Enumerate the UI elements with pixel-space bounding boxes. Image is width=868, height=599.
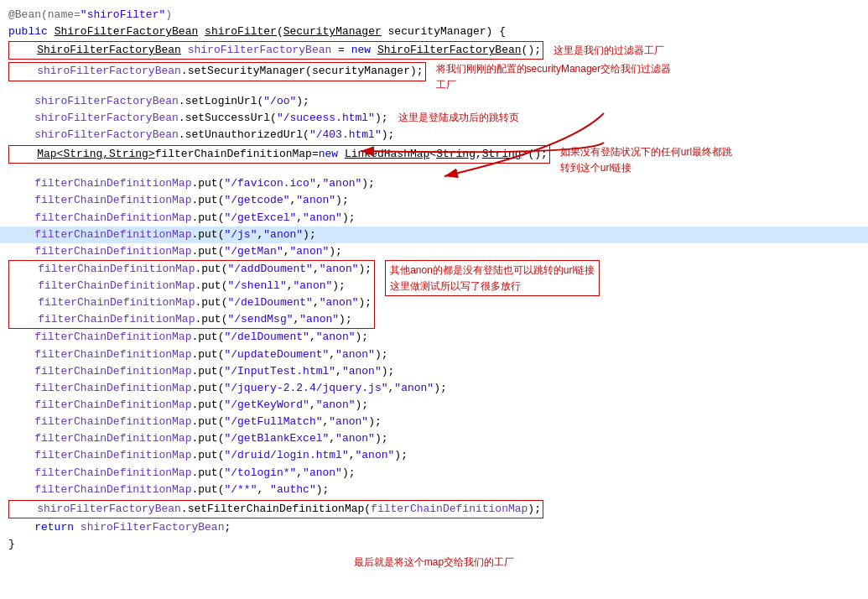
line-17: filterChainDefinitionMap.put("/updateDou… <box>8 346 860 363</box>
line-15: filterChainDefinitionMap.put("/sendMsg",… <box>12 311 372 328</box>
lines-12-15-container: filterChainDefinitionMap.put("/addDoumen… <box>8 260 860 330</box>
return-type: ShiroFilterFactoryBean <box>55 25 199 38</box>
line-18: filterChainDefinitionMap.put("/InputTest… <box>8 363 860 380</box>
method-signature-line: public ShiroFilterFactoryBean shiroFilte… <box>8 23 860 40</box>
line-3: shiroFilterFactoryBean.setLoginUrl("/oo"… <box>8 93 860 110</box>
line-19: filterChainDefinitionMap.put("/jquery-2.… <box>8 380 860 397</box>
line-13: filterChainDefinitionMap.put("/shenll","… <box>12 278 372 294</box>
line-11: filterChainDefinitionMap.put("/getMan","… <box>8 243 860 260</box>
method-name: shiroFilter <box>205 25 277 38</box>
line-6-box: Map<String,String>filterChainDefinitionM… <box>8 145 550 164</box>
line-2-box: shiroFilterFactoryBean.setSecurityManage… <box>8 62 426 81</box>
bottom-comment: 最后就是将这个map交给我们的工厂 <box>8 555 860 570</box>
line-21: filterChainDefinitionMap.put("/getFullMa… <box>8 414 860 430</box>
comment-4: 如果没有登陆状况下的任何url最终都跳转到这个url链接 <box>560 144 732 175</box>
line-26-container: shiroFilterFactoryBean.setFilterChainDef… <box>8 499 860 519</box>
line-23: filterChainDefinitionMap.put("/druid/log… <box>8 447 860 464</box>
annotation-text: @Bean(name="shiroFilter") <box>8 8 172 21</box>
line-24: filterChainDefinitionMap.put("/tologin*"… <box>8 465 860 482</box>
line-10-highlight: filterChainDefinitionMap.put("/js","anon… <box>0 227 868 243</box>
comment-5: 其他anon的都是没有登陆也可以跳转的url链接 这里做测试所以写了很多放行 <box>385 260 600 296</box>
line-1-box: ShiroFilterFactoryBean shiroFilterFactor… <box>8 41 543 60</box>
public-keyword: public <box>8 25 48 38</box>
line-7: filterChainDefinitionMap.put("/favicon.i… <box>8 175 860 192</box>
line-20: filterChainDefinitionMap.put("/getKeyWor… <box>8 397 860 414</box>
closing-brace: } <box>8 536 860 553</box>
comment-1: 这里是我们的过滤器工厂 <box>554 43 664 59</box>
lines-12-15-box: filterChainDefinitionMap.put("/addDoumen… <box>8 260 375 330</box>
line-27: return shiroFilterFactoryBean; <box>8 519 860 536</box>
line-25: filterChainDefinitionMap.put("/**", "aut… <box>8 482 860 498</box>
line-14: filterChainDefinitionMap.put("/delDoumen… <box>12 294 372 311</box>
line-1-container: ShiroFilterFactoryBean shiroFilterFactor… <box>8 40 860 60</box>
line-12: filterChainDefinitionMap.put("/addDoumen… <box>12 261 372 278</box>
code-container: @Bean(name="shiroFilter") public ShiroFi… <box>8 7 860 570</box>
line-5: shiroFilterFactoryBean.setUnauthorizedUr… <box>8 127 860 143</box>
line-8: filterChainDefinitionMap.put("/getcode",… <box>8 192 860 209</box>
line-4-container: shiroFilterFactoryBean.setSuccessUrl("/s… <box>8 110 860 127</box>
line-4: shiroFilterFactoryBean.setSuccessUrl("/s… <box>8 110 388 127</box>
comment-3: 这里是登陆成功后的跳转页 <box>398 110 519 126</box>
line-9: filterChainDefinitionMap.put("/getExcel"… <box>8 210 860 227</box>
line-2-container: shiroFilterFactoryBean.setSecurityManage… <box>8 61 860 92</box>
annotation-line: @Bean(name="shiroFilter") <box>8 7 860 23</box>
comment-2: 将我们刚刚的配置的securityManager交给我们过滤器工厂 <box>436 61 672 92</box>
line-26-box: shiroFilterFactoryBean.setFilterChainDef… <box>8 500 543 518</box>
param-type: SecurityManager <box>283 25 382 38</box>
line-6-container: Map<String,String>filterChainDefinitionM… <box>8 144 860 175</box>
line-22: filterChainDefinitionMap.put("/getBlankE… <box>8 430 860 447</box>
param-name: securityManager <box>388 25 486 38</box>
line-16: filterChainDefinitionMap.put("/delDoumen… <box>8 329 860 346</box>
